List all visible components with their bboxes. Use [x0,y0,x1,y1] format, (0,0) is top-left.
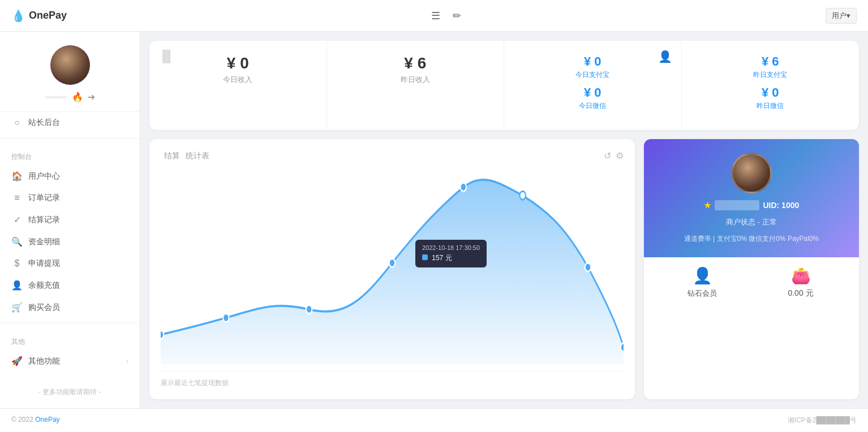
sidebar-item-label: 结算记录 [28,215,60,225]
sidebar-item-funds[interactable]: 🔍 资金明细 [0,231,140,253]
nav-icons: ☰ ✏ [429,7,463,24]
sidebar-item-label: 余额充值 [28,280,60,291]
stat-yesterday-income: ¥ 6 昨日收入 [327,41,505,130]
today-income-label: 今日收入 [161,75,315,85]
chart-title: 结算 统计表 [161,150,209,161]
chart-point [306,305,312,314]
chart-point [585,263,591,271]
today-wechat-value: ¥ 0 [515,85,670,100]
stats-row: ▐▌ ¥ 0 今日收入 ¥ 6 昨日收入 👤 ¥ 0 今日支付宝 ¥ 0 今日微… [149,41,859,130]
sidebar-item-user-center[interactable]: 🏠 用户中心 [0,165,140,187]
profile-status: 商户状态 - 正常 [726,217,777,227]
admin-icon: ○ [11,118,23,128]
footer-icp: 湘ICP备2███████号 [788,416,857,425]
uid-value: UID: 1000 [763,201,799,210]
yesterday-wechat-value: ¥ 0 [693,85,848,100]
sidebar-item-settlements[interactable]: ✓ 结算记录 [0,209,140,231]
profile-uid: ★ ████ UID: 1000 [704,200,800,210]
stat-today-alipay-wechat: 👤 ¥ 0 今日支付宝 ¥ 0 今日微信 [504,41,682,130]
page-footer: © 2022 OnePay 湘ICP备2███████号 [0,408,868,432]
home-icon: 🏠 [11,171,23,182]
chart-footer: 展示最近七笔提现数据 [161,371,624,388]
sidebar-item-label: 申请提现 [28,258,60,269]
balance-value: 0.00 元 [788,288,813,299]
star-icon: ★ [704,201,711,210]
sidebar-item-label: 用户中心 [28,171,60,182]
refresh-button[interactable]: ↺ [604,150,611,161]
more-left: 🚀 其他功能 [11,356,60,366]
user-profile: 🔥 ➜ [0,32,140,112]
sidebar-item-recharge[interactable]: 👤 余额充值 [0,274,140,296]
chart-main-title: 结算 [164,151,180,160]
profile-avatar [731,153,772,193]
footer-copyright: © 2022 OnePay [11,416,60,425]
chart-point [461,183,466,191]
sidebar-item-label: 购买会员 [28,303,60,313]
user-dropdown[interactable]: 用户▾ [826,8,857,24]
membership-label: 钻石会员 [687,288,717,299]
profile-balance: 👛 0.00 元 [756,266,845,299]
sidebar-item-label: 资金明细 [28,237,60,247]
search-icon: 🔍 [11,236,23,247]
orders-icon: ≡ [11,193,23,203]
wallet-icon: 👛 [791,266,811,285]
admin-label: 站长后台 [28,118,60,128]
sidebar-item-membership[interactable]: 🛒 购买会员 [0,296,140,318]
recharge-icon: 👤 [11,280,23,291]
chart-point [223,314,229,322]
sidebar-item-label: 其他功能 [28,356,60,366]
section-label: 控制台 [0,143,140,165]
chart-subtitle: 统计表 [186,151,209,160]
logout-button[interactable]: ➜ [88,92,95,102]
sidebar-item-orders[interactable]: ≡ 订单记录 [0,187,140,209]
share-button[interactable]: ⚙ [616,150,624,161]
sidebar: 🔥 ➜ ○ 站长后台 控制台 🏠 用户中心 ≡ 订单记录 ✓ 结算记录 🔍 资金… [0,32,140,408]
chart-actions: ↺ ⚙ [604,150,624,161]
stat-today-income: ▐▌ ¥ 0 今日收入 [149,41,327,130]
sidebar-item-admin[interactable]: ○ 站长后台 [0,112,140,133]
logo: 💧 OnePay [11,9,67,23]
today-alipay-label: 今日支付宝 [515,70,670,80]
menu-button[interactable]: ☰ [429,7,442,24]
person-stat-icon: 👤 [693,266,712,285]
profile-membership: 👤 钻石会员 [658,266,747,299]
footer-brand: OnePay [35,416,59,424]
stat-yesterday-alipay-wechat: ¥ 6 昨日支付宝 ¥ 0 昨日微信 [682,41,860,130]
sidebar-item-more-features[interactable]: 🚀 其他功能 ‹ [0,350,140,372]
app-name: OnePay [29,10,67,21]
yesterday-alipay-value: ¥ 6 [693,54,848,69]
chart-point [161,330,164,339]
today-wechat-label: 今日微信 [515,101,670,111]
yesterday-income-value: ¥ 6 [338,54,493,72]
top-right: 用户▾ [826,8,857,24]
other-label: 其他 [0,328,140,350]
rocket-icon: 🚀 [11,356,23,366]
chart-svg [161,170,624,364]
sidebar-footer: - 更多功能敬请期待 - [0,376,140,408]
chart-point [621,343,624,352]
check-icon: ✓ [11,214,23,225]
chart-header: 结算 统计表 ↺ ⚙ [161,150,624,161]
divider-1 [0,138,140,139]
person-icon: 👤 [658,50,672,63]
chart-point-active [519,191,525,200]
logo-icon: 💧 [11,9,25,23]
chevron-icon: ‹ [126,357,128,365]
profile-card: ★ ████ UID: 1000 商户状态 - 正常 通道费率 | 支付宝0% … [644,139,859,399]
cart-icon: 🛒 [11,302,23,313]
chart-card: 结算 统计表 ↺ ⚙ [149,139,635,399]
bar-chart-icon: ▐▌ [158,50,174,63]
profile-username: ████ [715,200,760,210]
main-content: ▐▌ ¥ 0 今日收入 ¥ 6 昨日收入 👤 ¥ 0 今日支付宝 ¥ 0 今日微… [140,32,868,408]
chart-point [389,259,395,267]
chart-container: 2022-10-18 17:30:50 157 元 [161,170,624,364]
sidebar-item-withdraw[interactable]: $ 申请提现 [0,253,140,274]
avatar-image [50,45,90,85]
fire-button[interactable]: 🔥 [72,92,83,102]
today-alipay-value: ¥ 0 [515,54,670,69]
chart-area [161,180,624,364]
edit-button[interactable]: ✏ [450,7,463,24]
yesterday-income-label: 昨日收入 [338,75,493,85]
main-layout: 🔥 ➜ ○ 站长后台 控制台 🏠 用户中心 ≡ 订单记录 ✓ 结算记录 🔍 资金… [0,32,868,408]
profile-rates: 通道费率 | 支付宝0% 微信支付0% PayPal0% [684,234,819,244]
